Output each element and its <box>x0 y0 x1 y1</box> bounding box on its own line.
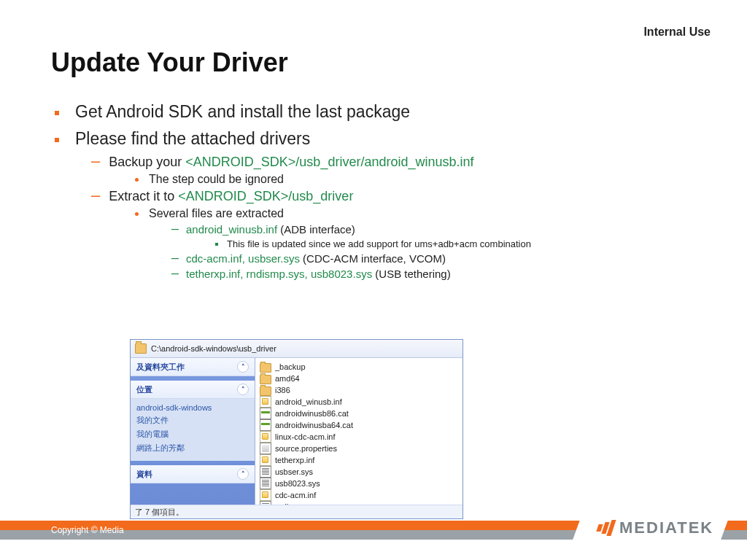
bullet-text: Backup your <ANDROID_SDK>/usb_driver/and… <box>109 155 473 170</box>
file-icon <box>260 396 271 408</box>
folder-icon <box>135 343 147 354</box>
bullet-l4: –android_winusb.inf (ADB interface) <box>171 223 711 236</box>
bullet-l2: –Backup your <ANDROID_SDK>/usb_driver/an… <box>91 155 711 170</box>
explorer-file-list: _backupamd64i386android_winusb.infandroi… <box>255 358 462 519</box>
file-name: i386 <box>275 386 290 394</box>
file-row[interactable]: tetherxp.inf <box>260 454 458 466</box>
bullet-text: Please find the attached drivers <box>75 129 310 149</box>
brand-logo: MEDIATEK <box>572 514 730 542</box>
panel-title: 資料 <box>136 469 152 480</box>
file-icon <box>260 466 271 478</box>
file-name: android_winusb.inf <box>275 397 342 406</box>
bullet-marker-icon <box>55 111 59 115</box>
file-row[interactable]: linux-cdc-acm.inf <box>260 431 458 443</box>
bullet-l5: This file is updated since we add suppor… <box>215 238 711 249</box>
sidebar-panel-header[interactable]: 資料 ˄ <box>131 465 255 483</box>
dash-marker-icon: – <box>171 223 179 233</box>
file-row[interactable]: androidwinusb86.cat <box>260 408 458 419</box>
bullet-l1: Get Android SDK and install the last pac… <box>55 102 711 122</box>
address-path: C:\android-sdk-windows\usb_driver <box>151 344 276 353</box>
chevron-up-icon[interactable]: ˄ <box>237 361 249 373</box>
page-title: Update Your Driver <box>51 47 288 78</box>
dash-marker-icon: – <box>171 268 179 278</box>
sidebar-links: android-sdk-windows我的文件我的電腦網路上的芳鄰 <box>131 399 255 461</box>
file-row[interactable]: usbser.sys <box>260 466 458 478</box>
file-row[interactable]: source.properties <box>260 443 458 454</box>
bullet-text: tetherxp.inf, rndismp.sys, usb8023.sys (… <box>186 268 451 280</box>
bullet-text: Get Android SDK and install the last pac… <box>75 102 410 122</box>
file-icon <box>260 408 271 419</box>
sidebar-link[interactable]: android-sdk-windows <box>136 402 249 413</box>
chevron-up-icon[interactable]: ˄ <box>237 468 249 480</box>
dash-marker-icon: – <box>171 252 179 262</box>
dot-marker-icon <box>135 178 139 182</box>
file-icon <box>260 443 271 454</box>
copyright-text: Copyright © Media <box>51 521 124 540</box>
panel-title: 及資料夾工作 <box>136 362 185 373</box>
file-row[interactable]: android_winusb.inf <box>260 396 458 408</box>
bullet-text: This file is updated since we add suppor… <box>227 238 531 249</box>
bullet-text: Several files are extracted <box>149 207 284 220</box>
file-row[interactable]: amd64 <box>260 373 458 384</box>
slide-body: Get Android SDK and install the last pac… <box>55 95 711 280</box>
bullet-l3: The step could be ignored <box>135 173 711 186</box>
file-row[interactable]: cdc-acm.inf <box>260 489 458 501</box>
dash-marker-icon: – <box>91 155 100 168</box>
file-name: source.properties <box>275 444 337 453</box>
file-name: cdc-acm.inf <box>275 491 316 499</box>
bullet-l3: Several files are extracted <box>135 207 711 220</box>
panel-title: 位置 <box>136 384 152 395</box>
bullet-l2: –Extract it to <ANDROID_SDK>/usb_driver <box>91 189 711 204</box>
chevron-up-icon[interactable]: ˄ <box>237 384 249 395</box>
logo-text: MEDIATEK <box>619 518 713 537</box>
dash-marker-icon: – <box>91 189 100 202</box>
bullet-text: Extract it to <ANDROID_SDK>/usb_driver <box>109 189 353 204</box>
file-icon <box>260 478 271 489</box>
explorer-status-bar: 了 7 個項目。 <box>131 505 462 518</box>
footer-bar: Copyright © Media MEDIATEK <box>0 521 747 540</box>
file-icon <box>260 454 271 466</box>
bullet-marker-icon <box>55 138 59 142</box>
sidebar-panel-header[interactable]: 及資料夾工作 ˄ <box>131 358 255 376</box>
file-name: androidwinusba64.cat <box>275 421 353 429</box>
sidebar-link[interactable]: 我的文件 <box>136 413 249 427</box>
explorer-address-bar[interactable]: C:\android-sdk-windows\usb_driver <box>131 340 462 358</box>
file-icon <box>260 489 271 501</box>
logo-mark-icon <box>597 520 614 536</box>
dot-marker-icon <box>215 243 218 246</box>
classification-label: Internal Use <box>643 26 711 39</box>
sidebar-panel-header[interactable]: 位置 ˄ <box>131 381 255 399</box>
file-name: tetherxp.inf <box>275 456 314 464</box>
dot-marker-icon <box>135 212 139 216</box>
file-name: usb8023.sys <box>275 479 320 488</box>
bullet-text: android_winusb.inf (ADB interface) <box>186 223 355 236</box>
folder-icon <box>260 363 271 373</box>
bullet-l4: –tetherxp.inf, rndismp.sys, usb8023.sys … <box>171 268 711 280</box>
sidebar-link[interactable]: 我的電腦 <box>136 427 249 441</box>
file-row[interactable]: usb8023.sys <box>260 478 458 489</box>
explorer-window: C:\android-sdk-windows\usb_driver 及資料夾工作… <box>130 339 463 519</box>
explorer-sidebar: 及資料夾工作 ˄ 位置 ˄ android-sdk-windows我的文件我的電… <box>131 358 255 519</box>
bullet-text: The step could be ignored <box>149 173 284 186</box>
file-icon <box>260 419 271 431</box>
folder-icon <box>260 375 271 384</box>
file-row[interactable]: _backup <box>260 361 458 373</box>
bullet-text: cdc-acm.inf, usbser.sys (CDC-ACM interfa… <box>186 252 446 265</box>
file-name: androidwinusb86.cat <box>275 409 349 418</box>
bullet-l4: –cdc-acm.inf, usbser.sys (CDC-ACM interf… <box>171 252 711 265</box>
file-row[interactable]: i386 <box>260 384 458 396</box>
file-name: linux-cdc-acm.inf <box>275 432 336 441</box>
sidebar-link[interactable]: 網路上的芳鄰 <box>136 441 249 455</box>
file-icon <box>260 431 271 443</box>
folder-icon <box>260 386 271 396</box>
bullet-l1: Please find the attached drivers <box>55 129 711 149</box>
file-row[interactable]: androidwinusba64.cat <box>260 419 458 431</box>
file-name: _backup <box>275 362 306 371</box>
file-name: amd64 <box>275 374 300 383</box>
file-name: usbser.sys <box>275 467 313 476</box>
